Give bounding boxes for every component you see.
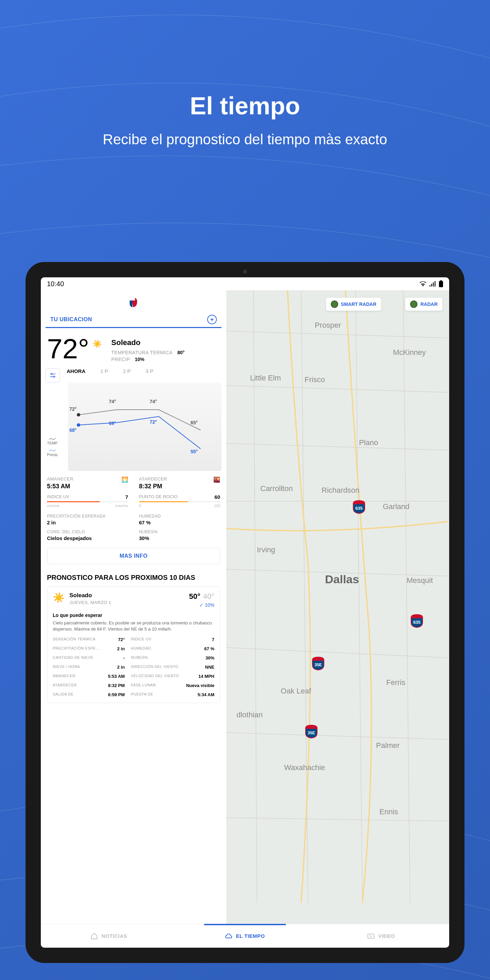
hour-now[interactable]: AHORA xyxy=(67,368,86,374)
nav-video[interactable]: VIDEO xyxy=(313,924,449,948)
city-label: Ferris xyxy=(386,678,405,687)
svg-point-10 xyxy=(77,413,80,417)
city-label: Frisco xyxy=(305,375,325,384)
logo-row xyxy=(41,290,226,315)
svg-line-14 xyxy=(226,443,447,450)
city-label: Carrollton xyxy=(260,484,293,493)
city-label: Richardson xyxy=(321,486,360,495)
dew-label: PUNTO DE ROCIO xyxy=(139,494,178,500)
nav-tiempo[interactable]: EL TIEMPO xyxy=(177,924,313,948)
cloud-icon xyxy=(225,932,232,940)
map-panel[interactable]: SMART RADAR RADAR Prosper McKinney Littl… xyxy=(226,290,449,924)
temp-0: 72° xyxy=(69,406,76,412)
city-label: Waxahachie xyxy=(284,763,325,772)
smart-radar-chip[interactable]: SMART RADAR xyxy=(326,298,381,311)
svg-line-23 xyxy=(403,290,410,903)
day-low: 40° xyxy=(203,592,215,601)
status-bar: 10:40 xyxy=(41,277,449,290)
temp-1: 74° xyxy=(109,399,116,404)
city-label: Mesquit xyxy=(407,576,433,585)
city-label: Ennis xyxy=(379,808,398,816)
dew-value: 60 xyxy=(215,494,220,500)
hourly-header: AHORA 1 P 2 P 3 P xyxy=(41,368,226,382)
dew-1: 69° xyxy=(109,421,116,426)
forecast-day-card[interactable]: ☀️ Soleado JUEVES, MARZO 1 50°40° ✓ 10% … xyxy=(47,586,220,703)
svg-line-17 xyxy=(226,648,447,658)
svg-point-9 xyxy=(53,376,54,377)
camera-dot xyxy=(243,269,247,274)
legend-precip[interactable]: Precip xyxy=(47,449,57,457)
city-label: Dallas xyxy=(325,573,359,586)
map-roads xyxy=(226,290,449,924)
svg-line-12 xyxy=(226,331,447,338)
day-condition: Soleado xyxy=(69,592,184,599)
battery-icon xyxy=(439,280,443,287)
weather-panel: TU UBICACION + 72° ☀️ Soleado TEMPERATUR… xyxy=(41,290,226,924)
svg-rect-4 xyxy=(439,281,443,287)
dew-3: 55° xyxy=(191,449,198,454)
wifi-icon xyxy=(419,281,427,286)
hour-3p[interactable]: 3 P xyxy=(146,368,153,374)
city-label: dlothian xyxy=(237,711,263,719)
sunset-value: 8:32 PM xyxy=(139,483,203,490)
status-time: 10:40 xyxy=(47,280,64,288)
hourly-labels: AHORA 1 P 2 P 3 P xyxy=(67,368,221,374)
city-label: Irving xyxy=(257,546,275,554)
svg-rect-3 xyxy=(434,281,436,286)
day-detail-grid: SENSACIÓN TÉRMICA72°ÍNDICE UV7 PRECIPITA… xyxy=(53,637,215,697)
svg-line-13 xyxy=(226,385,447,392)
bottom-nav: NOTICIAS EL TIEMPO VIDEO xyxy=(41,924,449,948)
data-grid: PRECIPITACIÓN ESPERADA2 in HUMEDAD67 % C… xyxy=(41,509,226,546)
svg-line-22 xyxy=(356,290,363,903)
svg-text:635: 635 xyxy=(413,620,421,625)
highway-shield-icon: 35E xyxy=(305,724,318,739)
feels-value: 80° xyxy=(177,350,185,355)
tablet-frame: 10:40 TU UBICACION + 72° ☀️ xyxy=(25,262,465,963)
expect-label: Lo que puede esperar xyxy=(53,612,215,618)
svg-rect-2 xyxy=(433,282,434,286)
radar-chip[interactable]: RADAR xyxy=(405,298,442,311)
nav-noticias[interactable]: NOTICIAS xyxy=(41,924,177,948)
svg-text:35E: 35E xyxy=(308,730,315,735)
settings-button[interactable] xyxy=(46,368,60,382)
svg-line-19 xyxy=(226,818,447,821)
precip-value: 10% xyxy=(135,356,144,362)
dew-0: 68° xyxy=(69,427,76,433)
svg-rect-0 xyxy=(430,285,430,286)
hourly-chart[interactable]: 72° 74° 74° 65° 68° 69° 72° 55° xyxy=(68,382,221,471)
content-area: TU UBICACION + 72° ☀️ Soleado TEMPERATUR… xyxy=(41,290,449,924)
feels-label: TEMPERATURA TERMICA xyxy=(111,350,172,355)
city-label: Palmer xyxy=(376,741,400,750)
sunset-icon: 🌇 xyxy=(213,476,220,490)
hour-2p[interactable]: 2 P xyxy=(123,368,131,374)
more-info-button[interactable]: MAS INFO xyxy=(47,548,220,564)
highway-shield-icon: 635 xyxy=(352,500,366,514)
svg-point-7 xyxy=(51,373,52,375)
home-icon xyxy=(91,932,98,940)
hour-1p[interactable]: 1 P xyxy=(100,368,108,374)
uv-label: INDICE UV xyxy=(47,494,69,500)
status-icons xyxy=(419,280,443,287)
forecast-title: PRONOSTICO PARA LOS PROXIMOS 10 DIAS xyxy=(41,570,226,586)
legend-temp[interactable]: TEMP xyxy=(47,437,57,445)
meters: INDICE UV7mínimamaxima PUNTO DE ROCIO600… xyxy=(41,493,226,509)
highway-shield-icon: 635 xyxy=(410,614,424,628)
svg-text:35E: 35E xyxy=(314,662,321,667)
condition-text: Soleado xyxy=(111,338,185,347)
svg-line-18 xyxy=(226,733,447,740)
day-high: 50° xyxy=(189,592,200,601)
globe-icon xyxy=(331,301,338,308)
temp-2: 74° xyxy=(150,399,157,404)
highway-shield-icon: 35E xyxy=(311,656,325,671)
day-precip: ✓ 10% xyxy=(189,602,215,608)
condition-block: Soleado TEMPERATURA TERMICA80° PRECIP10% xyxy=(111,336,185,363)
add-location-button[interactable]: + xyxy=(207,315,217,324)
location-tab[interactable]: TU UBICACION xyxy=(50,317,92,323)
day-date: JUEVES, MARZO 1 xyxy=(69,600,184,605)
dew-2: 72° xyxy=(150,419,157,425)
svg-text:635: 635 xyxy=(355,506,363,511)
telemundo-logo-icon xyxy=(127,296,140,309)
current-temp: 72° xyxy=(47,336,89,361)
svg-rect-5 xyxy=(440,280,442,281)
city-label: McKinney xyxy=(393,348,426,357)
